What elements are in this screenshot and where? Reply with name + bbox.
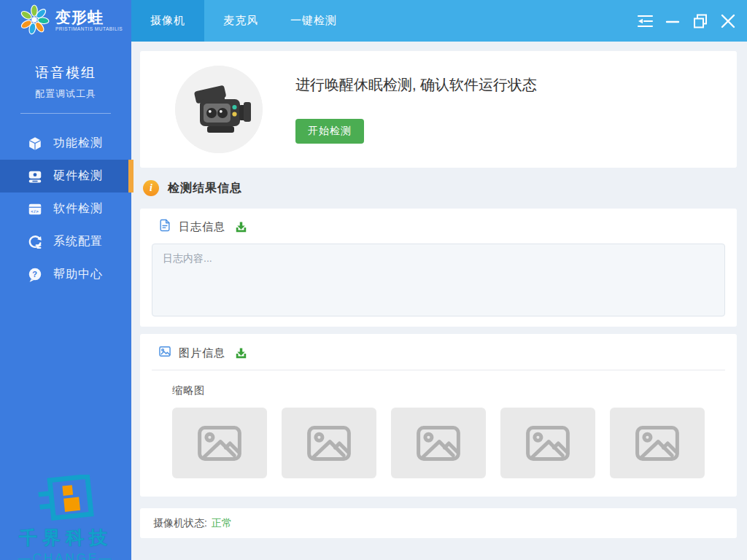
sidebar-item-label: 帮助中心 [53,267,103,282]
camera-status-value: 正常 [212,517,232,530]
document-icon [158,218,172,236]
company-tagline: —CHANGE— [0,551,131,560]
system-sync-icon [27,234,43,250]
company-watermark: 千界科技 —CHANGE— [0,475,131,560]
sidebar-item-label: 硬件检测 [53,168,103,184]
window-controls [635,11,747,31]
sidebar-divider [20,113,111,114]
card-divider [152,370,725,370]
svg-text:</>: </> [31,209,39,213]
module-title: 语音模组 [0,63,131,82]
sidebar-item-system-config[interactable]: 系统配置 [0,225,131,258]
thumbnail-placeholder[interactable] [282,408,376,478]
sidebar-item-software-detect[interactable]: </> 软件检测 [0,192,131,225]
close-icon[interactable] [718,11,738,31]
content-area: 进行唤醒休眠检测, 确认软件运行状态 开始检测 i 检测结果信息 日 [131,42,747,560]
download-images-icon[interactable] [234,346,248,360]
tab-bar: 摄像机 麦克风 一键检测 [131,0,350,42]
sidebar-item-function-detect[interactable]: 功能检测 [0,127,131,160]
minimize-icon[interactable] [662,11,683,31]
camera-status-label: 摄像机状态: [153,517,207,530]
thumbnail-placeholder[interactable] [172,408,267,478]
sidebar-menu: 功能检测 硬件检测 </> 软件检测 [0,127,131,291]
camera-status-card: 摄像机状态: 正常 [140,508,737,538]
brand-name: 变形蛙 [55,9,123,25]
thumbnail-placeholder[interactable] [610,408,705,478]
log-card-title: 日志信息 [179,220,225,234]
start-detect-button[interactable]: 开始检测 [295,119,364,144]
company-logo-icon [31,475,101,521]
camera-illustration [175,66,263,153]
sidebar: 变形蛙 PRISTIMANTIS MUTABILIS 语音模组 配置调试工具 功… [0,0,131,560]
module-subtitle: 配置调试工具 [0,88,131,101]
maximize-restore-icon[interactable] [690,11,711,31]
download-log-icon[interactable] [234,220,248,234]
company-name: 千界科技 [0,526,131,550]
collapse-menu-icon[interactable] [635,11,655,31]
tab-camera[interactable]: 摄像机 [131,0,204,42]
image-info-card: 图片信息 缩略图 [140,334,737,497]
thumbnails-label: 缩略图 [172,384,725,397]
log-content-textarea[interactable] [152,244,725,316]
thumbnail-row [172,408,725,478]
sidebar-item-help-center[interactable]: ? 帮助中心 [0,258,131,291]
detect-hero-card: 进行唤醒休眠检测, 确认软件运行状态 开始检测 [140,51,737,168]
sidebar-item-hardware-detect[interactable]: 硬件检测 [0,160,131,192]
result-section-header: i 检测结果信息 [140,168,737,209]
svg-text:?: ? [32,269,38,278]
sidebar-item-label: 软件检测 [53,201,103,217]
tab-one-click-detect[interactable]: 一键检测 [277,0,350,42]
picture-icon [158,344,172,362]
info-icon: i [143,180,159,196]
thumbnail-placeholder[interactable] [500,408,595,478]
hardware-icon [27,168,43,184]
cube-icon [27,136,43,152]
thumbnail-placeholder[interactable] [391,408,486,478]
brand-subtitle: PRISTIMANTIS MUTABILIS [55,27,123,32]
sidebar-item-label: 系统配置 [53,234,103,249]
brand-splash-icon [19,4,50,38]
result-section-title: 检测结果信息 [168,181,242,196]
log-info-card: 日志信息 [140,209,737,327]
software-window-icon: </> [27,201,43,217]
hero-title: 进行唤醒休眠检测, 确认软件运行状态 [295,75,537,95]
brand: 变形蛙 PRISTIMANTIS MUTABILIS [0,0,131,42]
title-bar: 摄像机 麦克风 一键检测 [131,0,747,42]
sidebar-item-label: 功能检测 [53,136,103,151]
help-bubble-icon: ? [27,267,43,283]
image-card-title: 图片信息 [179,346,225,360]
tab-microphone[interactable]: 麦克风 [204,0,277,42]
